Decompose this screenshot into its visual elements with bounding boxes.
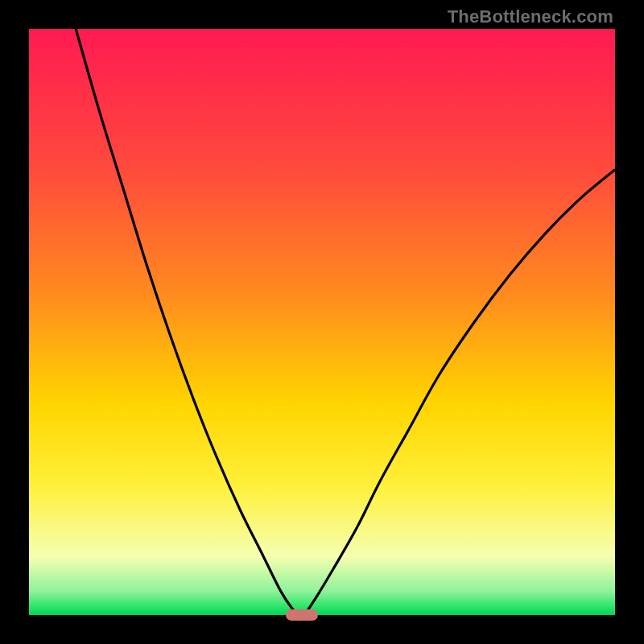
plot-area bbox=[29, 29, 615, 615]
curve-left bbox=[76, 29, 299, 615]
watermark-text: TheBottleneck.com bbox=[448, 6, 613, 27]
curve-right bbox=[304, 170, 615, 615]
min-marker bbox=[286, 609, 318, 621]
chart-frame: TheBottleneck.com bbox=[0, 0, 644, 644]
bottleneck-curve bbox=[29, 29, 615, 615]
